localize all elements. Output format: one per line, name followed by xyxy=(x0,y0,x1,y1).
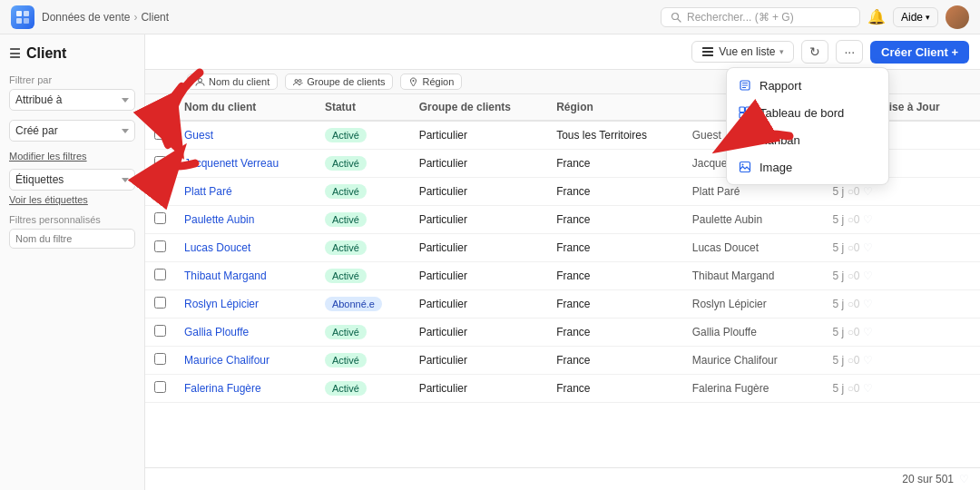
cree-par-select[interactable]: Créé par xyxy=(9,120,135,142)
row-checkbox-4[interactable] xyxy=(145,234,175,262)
row-nom-7[interactable]: Gallia Plouffe xyxy=(175,318,316,347)
row-checkbox-7[interactable] xyxy=(145,318,175,347)
etiquettes-select[interactable]: Étiquettes xyxy=(9,169,135,191)
row-age-9: 5 j ○0 ♡ xyxy=(824,375,980,403)
row-checkbox-0[interactable] xyxy=(145,121,175,150)
search-bar[interactable]: Rechercher... (⌘ + G) xyxy=(661,7,860,27)
svg-rect-6 xyxy=(702,47,713,49)
breadcrumb-client[interactable]: Client xyxy=(141,11,169,24)
svg-rect-17 xyxy=(740,135,743,144)
dropdown-image[interactable]: Image xyxy=(727,153,888,181)
row-statut-1: Activé xyxy=(316,150,410,178)
row-statut-2: Activé xyxy=(316,178,410,206)
svg-rect-8 xyxy=(702,54,713,56)
svg-point-21 xyxy=(742,164,744,166)
svg-rect-3 xyxy=(24,18,29,24)
svg-rect-14 xyxy=(746,107,751,113)
refresh-button[interactable]: ↻ xyxy=(801,40,828,64)
etiquettes-section: Étiquettes Voir les étiquettes xyxy=(9,169,135,205)
row-checkbox-6[interactable] xyxy=(145,290,175,318)
svg-rect-16 xyxy=(746,113,751,119)
row-statut-6: Abonné.e xyxy=(316,290,410,318)
pagination-info: 20 sur 501 xyxy=(902,473,954,485)
modifier-filtres[interactable]: Modifier les filtres xyxy=(9,151,135,162)
col-nom: Nom du client xyxy=(175,94,316,121)
breadcrumb-data[interactable]: Données de vente xyxy=(42,11,130,24)
row-checkbox-5[interactable] xyxy=(145,262,175,290)
col-filter-region-label: Région xyxy=(422,76,454,87)
dropdown-kanban[interactable]: Kanban xyxy=(727,126,888,153)
row-region-0: Tous les Territoires xyxy=(547,121,683,150)
row-nom-0[interactable]: Guest xyxy=(175,121,316,150)
create-client-button[interactable]: Créer Client + xyxy=(870,41,969,64)
row-nom-3[interactable]: Paulette Aubin xyxy=(175,206,316,234)
dropdown-tableau[interactable]: Tableau de bord xyxy=(727,99,888,126)
svg-rect-13 xyxy=(740,107,745,113)
row-groupe-0: Particulier xyxy=(410,121,548,150)
image-icon xyxy=(738,160,752,174)
voir-etiquettes-link[interactable]: Voir les étiquettes xyxy=(9,194,135,205)
row-nom-5[interactable]: Thibaut Margand xyxy=(175,262,316,290)
favorite-icon: ♡ xyxy=(959,473,969,485)
view-list-button[interactable]: Vue en liste ▾ xyxy=(691,41,794,63)
row-statut-8: Activé xyxy=(316,347,410,375)
breadcrumb-sep: › xyxy=(133,11,137,24)
row-statut-0: Activé xyxy=(316,121,410,150)
kanban-label: Kanban xyxy=(760,133,800,147)
tableau-label: Tableau de bord xyxy=(760,106,844,120)
chevron-down-icon: ▾ xyxy=(779,47,784,56)
table-row: Gallia Plouffe Activé Particulier France… xyxy=(145,318,980,347)
row-groupe-9: Particulier xyxy=(410,375,548,403)
svg-rect-20 xyxy=(740,162,750,172)
row-statut-9: Activé xyxy=(316,375,410,403)
row-nom-2[interactable]: Platt Paré xyxy=(175,178,316,206)
image-label: Image xyxy=(760,161,792,174)
col-groupe: Groupe de clients xyxy=(410,94,548,121)
notification-bell[interactable]: 🔔 xyxy=(867,8,886,25)
row-checkbox-3[interactable] xyxy=(145,206,175,234)
col-filter-nom[interactable]: Nom du client xyxy=(187,74,278,90)
row-groupe-1: Particulier xyxy=(410,150,548,178)
row-nom-4[interactable]: Lucas Doucet xyxy=(175,234,316,262)
row-statut-3: Activé xyxy=(316,206,410,234)
row-region-2: France xyxy=(547,178,683,206)
list-icon xyxy=(701,45,714,58)
row-groupe-7: Particulier xyxy=(410,318,548,347)
row-last-5: Thibaut Margand xyxy=(683,262,824,290)
row-groupe-3: Particulier xyxy=(410,206,548,234)
row-checkbox-9[interactable] xyxy=(145,375,175,403)
col-filter-region[interactable]: Région xyxy=(400,74,462,90)
row-nom-8[interactable]: Maurice Chalifour xyxy=(175,347,316,375)
row-checkbox-1[interactable] xyxy=(145,150,175,178)
row-groupe-4: Particulier xyxy=(410,234,548,262)
dropdown-rapport[interactable]: Rapport xyxy=(727,72,888,99)
pin-icon xyxy=(408,77,418,87)
row-age-3: 5 j ○0 ♡ xyxy=(824,206,980,234)
row-nom-9[interactable]: Falerina Fugère xyxy=(175,375,316,403)
row-groupe-8: Particulier xyxy=(410,347,548,375)
row-age-4: 5 j ○0 ♡ xyxy=(824,234,980,262)
row-age-5: 5 j ○0 ♡ xyxy=(824,262,980,290)
row-region-4: France xyxy=(547,234,683,262)
attribue-select[interactable]: Attribué à xyxy=(9,89,135,111)
svg-point-23 xyxy=(295,79,298,82)
table-footer: 20 sur 501 ♡ xyxy=(145,467,980,490)
row-nom-1[interactable]: Jacquenett Verreau xyxy=(175,150,316,178)
row-checkbox-8[interactable] xyxy=(145,347,175,375)
row-checkbox-2[interactable] xyxy=(145,178,175,206)
svg-point-24 xyxy=(299,79,301,82)
table-row: Thibaut Margand Activé Particulier Franc… xyxy=(145,262,980,290)
col-filter-nom-label: Nom du client xyxy=(209,76,270,87)
row-last-4: Lucas Doucet xyxy=(683,234,824,262)
user-avatar[interactable] xyxy=(946,5,969,29)
rapport-icon xyxy=(738,78,752,93)
filter-name-input[interactable] xyxy=(9,229,135,249)
person-icon xyxy=(195,77,205,87)
svg-rect-2 xyxy=(16,18,22,24)
col-filter-groupe[interactable]: Groupe de clients xyxy=(285,74,393,90)
svg-point-25 xyxy=(413,80,415,82)
row-nom-6[interactable]: Roslyn Lépicier xyxy=(175,290,316,318)
more-options-button[interactable]: ··· xyxy=(836,40,863,64)
toolbar: Vue en liste ▾ ↻ ··· Créer Client + Rapp… xyxy=(145,34,980,70)
help-button[interactable]: Aide ▾ xyxy=(893,7,938,27)
